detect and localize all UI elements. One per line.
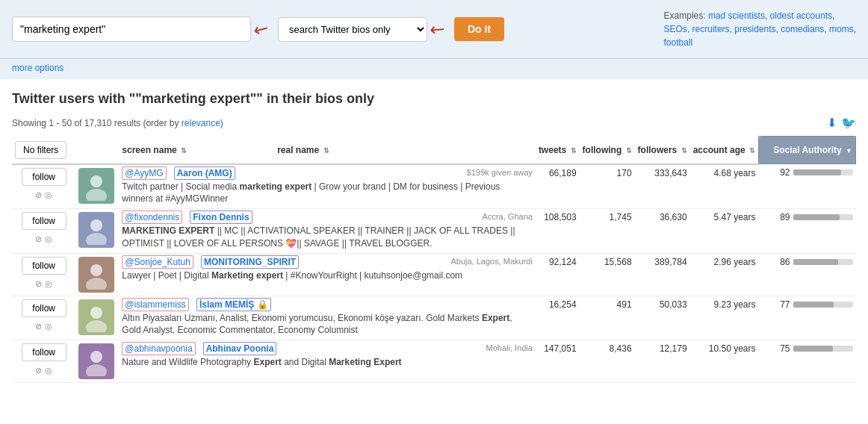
social-authority-value: 89 <box>780 212 790 222</box>
avatar <box>78 299 114 335</box>
th-tweets[interactable]: tweets ⇅ <box>536 137 580 164</box>
user-account-age: 9.23 years <box>690 296 759 340</box>
sort-screen-name-icon: ⇅ <box>181 147 187 155</box>
bar-background <box>793 346 853 352</box>
action-icons: ⊘ ◎ <box>35 322 52 331</box>
user-account-age: 2.96 years <box>690 253 759 296</box>
examples-text: Examples: mad scientists, oldest account… <box>664 10 856 48</box>
avatar <box>78 168 114 204</box>
avatar <box>78 212 114 248</box>
svg-point-1 <box>86 189 107 201</box>
results-count: Showing 1 - 50 of 17,310 results (order … <box>12 118 223 128</box>
user-account-age: 4.68 years <box>690 164 759 209</box>
social-authority-bar: 75 <box>762 343 853 354</box>
row-actions: follow ⊘ ◎ <box>15 257 72 289</box>
user-real-name[interactable]: Abhinav Poonia <box>203 342 277 355</box>
svg-point-3 <box>86 233 107 245</box>
results-table-wrap: No filters screen name ⇅ real name ⇅ twe… <box>0 136 868 383</box>
mute-icon[interactable]: ◎ <box>45 322 52 331</box>
th-social-authority[interactable]: Social Authority ▼ <box>759 137 856 164</box>
example-comedians[interactable]: comedians <box>781 24 824 34</box>
table-row: follow ⊘ ◎ @abhinavpoonia Abhinav Poonia… <box>12 340 856 383</box>
user-followers: 333,643 <box>635 164 690 209</box>
table-row: follow ⊘ ◎ @Sonjoe_Kutuh MONITORING_SPIR… <box>12 253 856 296</box>
example-football[interactable]: football <box>664 37 693 48</box>
user-following: 491 <box>580 296 635 340</box>
mute-icon[interactable]: ◎ <box>45 190 52 200</box>
arrow-indicator-2: ↙ <box>427 17 450 40</box>
user-handle[interactable]: @abhinavpoonia <box>122 342 195 355</box>
th-screen-name[interactable]: screen name ⇅ <box>119 137 274 164</box>
example-seos[interactable]: SEOs <box>664 24 687 34</box>
no-filters-button[interactable]: No filters <box>15 141 66 159</box>
mute-icon[interactable]: ◎ <box>45 366 52 375</box>
user-handle[interactable]: @islammemiss <box>122 298 189 311</box>
results-table: No filters screen name ⇅ real name ⇅ twe… <box>12 136 856 383</box>
example-moms[interactable]: moms <box>829 24 854 34</box>
svg-point-7 <box>86 320 107 332</box>
block-icon[interactable]: ⊘ <box>35 279 42 289</box>
social-authority-value: 86 <box>780 257 790 267</box>
user-account-age: 10.50 years <box>690 340 759 383</box>
do-it-button[interactable]: Do It <box>454 17 504 41</box>
download-button[interactable]: ⬇ <box>827 116 837 130</box>
th-account-age[interactable]: account age ⇅ <box>690 137 759 164</box>
search-input[interactable] <box>12 16 251 42</box>
user-bio: Lawyer | Poet | Digital Marketing expert… <box>122 269 533 282</box>
user-real-name[interactable]: MONITORING_SPIRIT <box>201 255 299 269</box>
mute-icon[interactable]: ◎ <box>45 234 52 244</box>
user-following: 15,568 <box>580 253 635 296</box>
sort-following-icon: ⇅ <box>626 147 632 155</box>
relevance-link[interactable]: relevance <box>182 118 220 128</box>
block-icon[interactable]: ⊘ <box>35 190 42 200</box>
row-actions: follow ⊘ ◎ <box>15 299 72 331</box>
user-location: Mohali, India <box>486 343 533 352</box>
social-authority-value: 75 <box>780 343 790 354</box>
th-following[interactable]: following ⇅ <box>580 137 635 164</box>
user-following: 8,436 <box>580 340 635 383</box>
page-title: Twitter users with ""marketing expert"" … <box>0 79 868 113</box>
example-recruiters[interactable]: recruiters <box>692 24 730 34</box>
examples-panel: Examples: mad scientists, oldest account… <box>664 9 856 49</box>
sort-account-age-icon: ⇅ <box>749 147 755 155</box>
example-oldest-accounts[interactable]: oldest accounts <box>770 10 832 21</box>
twitter-share-button[interactable]: 🐦 <box>841 116 856 130</box>
more-options-link[interactable]: more options <box>12 63 63 73</box>
th-real-name[interactable]: real name ⇅ <box>274 137 401 164</box>
svg-point-6 <box>90 307 102 319</box>
follow-button[interactable]: follow <box>22 299 66 317</box>
user-real-name[interactable]: İslam MEMİŞ 🔒 <box>196 298 271 311</box>
sort-real-name-icon: ⇅ <box>323 147 329 155</box>
follow-button[interactable]: follow <box>22 257 66 275</box>
sort-social-authority-icon: ▼ <box>846 147 852 155</box>
user-handle[interactable]: @fixondennis <box>122 211 182 224</box>
row-actions: follow ⊘ ◎ <box>15 212 72 244</box>
social-authority-bar: 86 <box>762 257 853 267</box>
block-icon[interactable]: ⊘ <box>35 366 42 375</box>
user-location: $199k given away <box>467 168 533 177</box>
th-followers[interactable]: followers ⇅ <box>635 137 690 164</box>
block-icon[interactable]: ⊘ <box>35 322 42 331</box>
action-icons: ⊘ ◎ <box>35 234 52 244</box>
user-tweets: 92,124 <box>536 253 580 296</box>
follow-button[interactable]: follow <box>22 343 66 361</box>
user-real-name[interactable]: Fixon Dennis <box>190 211 252 224</box>
mute-icon[interactable]: ◎ <box>45 279 52 289</box>
th-avatar <box>75 137 119 164</box>
social-authority-bar: 89 <box>762 212 853 222</box>
follow-button[interactable]: follow <box>22 168 66 186</box>
example-mad-scientists[interactable]: mad scientists <box>708 10 765 21</box>
user-tweets: 147,051 <box>536 340 580 383</box>
search-type-select[interactable]: search Twitter bios onlysearch all Twitt… <box>278 17 427 42</box>
follow-button[interactable]: follow <box>22 212 66 230</box>
user-handle[interactable]: @AyyMG <box>122 166 166 180</box>
user-handle[interactable]: @Sonjoe_Kutuh <box>122 255 193 269</box>
avatar <box>78 343 114 379</box>
svg-point-5 <box>86 278 107 290</box>
action-icons: ⊘ ◎ <box>35 366 52 375</box>
user-following: 1,745 <box>580 209 635 254</box>
user-real-name[interactable]: Aaron (AMG) <box>174 166 235 180</box>
bar-fill <box>793 346 833 352</box>
block-icon[interactable]: ⊘ <box>35 234 42 244</box>
example-presidents[interactable]: presidents <box>734 24 775 34</box>
